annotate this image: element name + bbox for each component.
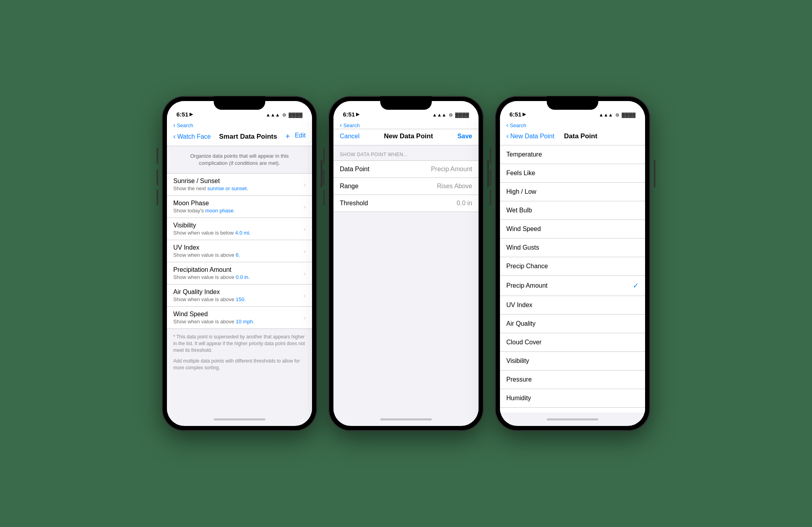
list-item-0[interactable]: Sunrise / SunsetShow the next sunrise or… [167,174,312,196]
form-row-2[interactable]: Threshold0.0 in [333,195,479,212]
chevron-2: › [304,226,306,232]
nav-back-3[interactable]: ‹ New Data Point [506,132,554,140]
status-time-3: 6:51 ▶ [509,111,526,118]
back-arrow-3: ‹ [506,122,508,128]
list-item-subtitle-0: Show the next sunrise or sunset. [173,185,301,191]
dp-item-label-2: High / Low [506,188,536,195]
dp-item-label-7: Precip Amount [506,282,548,289]
location-icon-2: ▶ [356,112,359,117]
wifi-icon-2: ⊜ [449,112,453,118]
dp-item-label-4: Wind Speed [506,225,541,233]
chevron-4: › [304,270,306,277]
save-button-2[interactable]: Save [458,133,472,140]
dp-item-label-12: Pressure [506,376,532,383]
dp-item-3[interactable]: Wet Bulb [500,201,645,220]
form-section-header-2: SHOW DATA POINT WHEN... [333,145,479,160]
list-item-content-3: UV IndexShow when value is above 6. [173,244,301,258]
chevron-6: › [304,315,306,321]
footer-notes-1: * This data point is superseded by anoth… [167,329,312,380]
nav-bar-3: ‹ New Data Point Data Point [500,129,645,145]
phone-3: 6:51 ▶ ▲▲▲ ⊜ ▓▓▓▓ ‹ Search ‹ New Data Po… [495,96,650,431]
list-item-subtitle-3: Show when value is above 6. [173,252,301,258]
dp-item-1[interactable]: Feels Like [500,164,645,183]
list-item-subtitle-1: Show today's moon phase. [173,208,301,214]
nav-back-1[interactable]: ‹ Watch Face [173,132,211,141]
phone-1: 6:51 ▶ ▲▲▲ ⊜ ▓▓▓▓ ‹ Search ‹ Watch Face [162,96,317,431]
status-icons-3: ▲▲▲ ⊜ ▓▓▓▓ [599,112,636,118]
status-icons-2: ▲▲▲ ⊜ ▓▓▓▓ [432,112,469,118]
scroll-content-2: SHOW DATA POINT WHEN... Data PointPrecip… [333,145,479,412]
list-item-title-2: Visibility [173,222,301,229]
dp-item-7[interactable]: Precip Amount✓ [500,276,645,296]
search-back-3[interactable]: ‹ Search [500,121,645,129]
list-item-content-1: Moon PhaseShow today's moon phase. [173,200,301,214]
dp-item-5[interactable]: Wind Gusts [500,239,645,257]
footer-note-1a: * This data point is superseded by anoth… [173,334,306,353]
scroll-content-1: Organize data points that will appear in… [167,146,312,412]
dp-item-label-9: Air Quality [506,320,536,327]
edit-button-1[interactable]: Edit [295,132,306,141]
notch-2 [380,96,432,110]
home-bar-1 [214,418,265,420]
search-back-1[interactable]: ‹ Search [167,121,312,129]
form-label-1: Range [340,183,358,190]
dp-item-label-0: Temperature [506,151,542,158]
battery-icon-1: ▓▓▓▓ [289,112,303,118]
list-item-title-4: Precipitation Amount [173,266,301,273]
home-indicator-1 [167,412,312,426]
dp-item-4[interactable]: Wind Speed [500,220,645,239]
dp-item-12[interactable]: Pressure [500,370,645,389]
list-item-4[interactable]: Precipitation AmountShow when value is a… [167,262,312,285]
home-bar-3 [547,418,598,420]
signal-icon-3: ▲▲▲ [599,112,613,118]
form-label-0: Data Point [340,166,370,173]
dp-item-11[interactable]: Visibility [500,352,645,370]
dp-item-8[interactable]: UV Index [500,296,645,315]
back-label-3: New Data Point [510,133,554,140]
dp-item-9[interactable]: Air Quality [500,315,645,333]
notch-1 [214,96,265,110]
wifi-icon-1: ⊜ [282,112,286,118]
dp-item-label-6: Precip Chance [506,263,548,270]
dp-item-0[interactable]: Temperature [500,145,645,164]
list-item-1[interactable]: Moon PhaseShow today's moon phase.› [167,196,312,218]
dp-item-13[interactable]: Humidity [500,389,645,408]
back-chevron-3: ‹ [506,132,509,140]
back-arrow-2: ‹ [340,122,342,128]
form-value-1: Rises Above [437,183,472,190]
nav-bar-1: ‹ Watch Face Smart Data Points + Edit [167,129,312,146]
list-item-content-6: Wind SpeedShow when value is above 10 mp… [173,311,301,325]
nav-bar-2: Cancel New Data Point Save [333,129,479,145]
phone-2-inner: 6:51 ▶ ▲▲▲ ⊜ ▓▓▓▓ ‹ Search Cancel New Da… [333,101,479,426]
form-rows-2: Data PointPrecip AmountRangeRises AboveT… [333,160,479,212]
back-label-1: Watch Face [177,133,211,140]
form-row-0[interactable]: Data PointPrecip Amount [333,160,479,178]
dp-item-label-3: Wet Bulb [506,207,532,214]
form-row-1[interactable]: RangeRises Above [333,178,479,195]
dp-item-2[interactable]: High / Low [500,183,645,201]
nav-actions-1: + Edit [285,132,306,141]
dp-item-10[interactable]: Cloud Cover [500,333,645,352]
cancel-button-2[interactable]: Cancel [340,133,360,140]
list-item-2[interactable]: VisibilityShow when value is below 4.0 m… [167,218,312,240]
location-icon-3: ▶ [523,112,526,117]
dp-item-label-8: UV Index [506,302,532,309]
list-item-3[interactable]: UV IndexShow when value is above 6.› [167,240,312,262]
form-value-2: 0.0 in [457,200,472,207]
list-item-6[interactable]: Wind SpeedShow when value is above 10 mp… [167,307,312,328]
scroll-content-3: TemperatureFeels LikeHigh / LowWet BulbW… [500,145,645,412]
back-chevron-1: ‹ [173,132,176,141]
add-button-1[interactable]: + [285,132,290,141]
dp-item-6[interactable]: Precip Chance [500,257,645,276]
chevron-0: › [304,181,306,188]
list-item-5[interactable]: Air Quality IndexShow when value is abov… [167,285,312,307]
home-bar-2 [380,418,432,420]
search-back-2[interactable]: ‹ Search [333,121,479,129]
nav-title-1: Smart Data Points [219,133,277,141]
form-label-2: Threshold [340,200,368,207]
description-1: Organize data points that will appear in… [167,146,312,173]
home-indicator-2 [333,412,479,426]
status-icons-1: ▲▲▲ ⊜ ▓▓▓▓ [266,112,303,118]
list-item-title-6: Wind Speed [173,311,301,318]
dp-item-14[interactable]: Dew Point [500,408,645,412]
